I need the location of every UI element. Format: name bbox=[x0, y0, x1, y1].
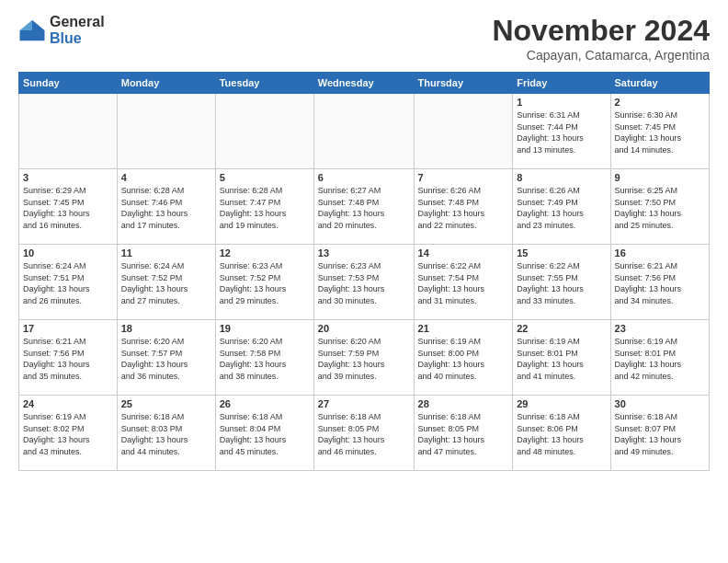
day-number: 1 bbox=[517, 97, 606, 108]
calendar-cell: 10Sunrise: 6:24 AMSunset: 7:51 PMDayligh… bbox=[19, 245, 118, 320]
calendar-cell: 24Sunrise: 6:19 AMSunset: 8:02 PMDayligh… bbox=[19, 396, 118, 471]
calendar-cell: 9Sunrise: 6:25 AMSunset: 7:50 PMDaylight… bbox=[610, 169, 709, 245]
logo-general: General bbox=[50, 14, 105, 30]
calendar-cell: 16Sunrise: 6:21 AMSunset: 7:56 PMDayligh… bbox=[610, 245, 709, 320]
svg-marker-0 bbox=[32, 19, 45, 29]
calendar-week-row: 24Sunrise: 6:19 AMSunset: 8:02 PMDayligh… bbox=[19, 396, 710, 471]
day-info: Sunrise: 6:29 AMSunset: 7:45 PMDaylight:… bbox=[23, 185, 113, 231]
day-info: Sunrise: 6:27 AMSunset: 7:48 PMDaylight:… bbox=[318, 185, 410, 231]
day-number: 7 bbox=[418, 172, 509, 183]
day-number: 3 bbox=[23, 172, 113, 183]
day-info: Sunrise: 6:24 AMSunset: 7:52 PMDaylight:… bbox=[121, 260, 211, 306]
day-info: Sunrise: 6:18 AMSunset: 8:04 PMDaylight:… bbox=[220, 411, 310, 457]
calendar-cell: 3Sunrise: 6:29 AMSunset: 7:45 PMDaylight… bbox=[19, 169, 118, 245]
logo-icon bbox=[18, 17, 46, 44]
day-info: Sunrise: 6:21 AMSunset: 7:56 PMDaylight:… bbox=[615, 260, 705, 306]
day-number: 13 bbox=[318, 247, 410, 259]
calendar-cell: 30Sunrise: 6:18 AMSunset: 8:07 PMDayligh… bbox=[610, 396, 709, 471]
svg-marker-1 bbox=[20, 19, 33, 29]
calendar-cell: 20Sunrise: 6:20 AMSunset: 7:59 PMDayligh… bbox=[313, 320, 414, 396]
day-number: 18 bbox=[121, 323, 211, 334]
day-number: 10 bbox=[23, 247, 113, 259]
day-number: 2 bbox=[615, 97, 705, 108]
day-number: 14 bbox=[418, 247, 509, 259]
page: General Blue November 2024 Capayan, Cata… bbox=[0, 0, 728, 563]
calendar-cell: 17Sunrise: 6:21 AMSunset: 7:56 PMDayligh… bbox=[19, 320, 118, 396]
calendar-cell: 2Sunrise: 6:30 AMSunset: 7:45 PMDaylight… bbox=[610, 94, 709, 169]
day-number: 4 bbox=[121, 172, 211, 183]
weekday-header: Tuesday bbox=[215, 73, 313, 94]
weekday-header: Saturday bbox=[610, 73, 709, 94]
day-info: Sunrise: 6:20 AMSunset: 7:57 PMDaylight:… bbox=[121, 336, 211, 382]
calendar-cell: 6Sunrise: 6:27 AMSunset: 7:48 PMDaylight… bbox=[313, 169, 414, 245]
day-number: 27 bbox=[318, 398, 410, 409]
day-number: 15 bbox=[517, 247, 606, 259]
svg-rect-2 bbox=[20, 30, 45, 40]
header: General Blue November 2024 Capayan, Cata… bbox=[18, 14, 710, 63]
calendar-cell: 29Sunrise: 6:18 AMSunset: 8:06 PMDayligh… bbox=[513, 396, 610, 471]
day-info: Sunrise: 6:19 AMSunset: 8:01 PMDaylight:… bbox=[517, 336, 606, 382]
calendar-cell: 11Sunrise: 6:24 AMSunset: 7:52 PMDayligh… bbox=[117, 245, 215, 320]
calendar-cell bbox=[117, 94, 215, 169]
day-info: Sunrise: 6:23 AMSunset: 7:52 PMDaylight:… bbox=[220, 260, 310, 306]
title-block: November 2024 Capayan, Catamarca, Argent… bbox=[492, 14, 710, 63]
day-info: Sunrise: 6:22 AMSunset: 7:55 PMDaylight:… bbox=[517, 260, 606, 306]
day-info: Sunrise: 6:20 AMSunset: 7:58 PMDaylight:… bbox=[220, 336, 310, 382]
day-number: 24 bbox=[23, 398, 113, 409]
logo: General Blue bbox=[18, 14, 105, 46]
calendar-cell: 27Sunrise: 6:18 AMSunset: 8:05 PMDayligh… bbox=[313, 396, 414, 471]
day-info: Sunrise: 6:19 AMSunset: 8:01 PMDaylight:… bbox=[615, 336, 705, 382]
calendar-cell: 4Sunrise: 6:28 AMSunset: 7:46 PMDaylight… bbox=[117, 169, 215, 245]
day-number: 6 bbox=[318, 172, 410, 183]
day-number: 30 bbox=[615, 398, 705, 409]
calendar-cell bbox=[215, 94, 313, 169]
day-info: Sunrise: 6:18 AMSunset: 8:07 PMDaylight:… bbox=[615, 411, 705, 457]
day-info: Sunrise: 6:19 AMSunset: 8:02 PMDaylight:… bbox=[23, 411, 113, 457]
logo-blue: Blue bbox=[50, 30, 105, 47]
day-info: Sunrise: 6:18 AMSunset: 8:05 PMDaylight:… bbox=[418, 411, 509, 457]
weekday-header: Wednesday bbox=[313, 73, 414, 94]
calendar: SundayMondayTuesdayWednesdayThursdayFrid… bbox=[18, 72, 710, 471]
location-subtitle: Capayan, Catamarca, Argentina bbox=[492, 48, 710, 63]
calendar-cell: 26Sunrise: 6:18 AMSunset: 8:04 PMDayligh… bbox=[215, 396, 313, 471]
calendar-cell: 5Sunrise: 6:28 AMSunset: 7:47 PMDaylight… bbox=[215, 169, 313, 245]
calendar-week-row: 1Sunrise: 6:31 AMSunset: 7:44 PMDaylight… bbox=[19, 94, 710, 169]
calendar-cell: 14Sunrise: 6:22 AMSunset: 7:54 PMDayligh… bbox=[414, 245, 513, 320]
day-number: 21 bbox=[418, 323, 509, 334]
weekday-header: Friday bbox=[513, 73, 610, 94]
day-info: Sunrise: 6:30 AMSunset: 7:45 PMDaylight:… bbox=[615, 109, 705, 155]
day-number: 5 bbox=[220, 172, 310, 183]
day-number: 29 bbox=[517, 398, 606, 409]
day-number: 23 bbox=[615, 323, 705, 334]
day-info: Sunrise: 6:28 AMSunset: 7:46 PMDaylight:… bbox=[121, 185, 211, 231]
day-info: Sunrise: 6:22 AMSunset: 7:54 PMDaylight:… bbox=[418, 260, 509, 306]
day-info: Sunrise: 6:20 AMSunset: 7:59 PMDaylight:… bbox=[318, 336, 410, 382]
weekday-header: Thursday bbox=[414, 73, 513, 94]
calendar-cell bbox=[414, 94, 513, 169]
calendar-cell: 15Sunrise: 6:22 AMSunset: 7:55 PMDayligh… bbox=[513, 245, 610, 320]
day-number: 25 bbox=[121, 398, 211, 409]
day-number: 11 bbox=[121, 247, 211, 259]
day-number: 28 bbox=[418, 398, 509, 409]
calendar-cell: 25Sunrise: 6:18 AMSunset: 8:03 PMDayligh… bbox=[117, 396, 215, 471]
day-info: Sunrise: 6:19 AMSunset: 8:00 PMDaylight:… bbox=[418, 336, 509, 382]
day-info: Sunrise: 6:21 AMSunset: 7:56 PMDaylight:… bbox=[23, 336, 113, 382]
calendar-cell: 12Sunrise: 6:23 AMSunset: 7:52 PMDayligh… bbox=[215, 245, 313, 320]
day-info: Sunrise: 6:31 AMSunset: 7:44 PMDaylight:… bbox=[517, 109, 606, 155]
calendar-cell bbox=[19, 94, 118, 169]
day-number: 9 bbox=[615, 172, 705, 183]
calendar-cell: 8Sunrise: 6:26 AMSunset: 7:49 PMDaylight… bbox=[513, 169, 610, 245]
calendar-week-row: 17Sunrise: 6:21 AMSunset: 7:56 PMDayligh… bbox=[19, 320, 710, 396]
calendar-cell: 7Sunrise: 6:26 AMSunset: 7:48 PMDaylight… bbox=[414, 169, 513, 245]
calendar-cell: 18Sunrise: 6:20 AMSunset: 7:57 PMDayligh… bbox=[117, 320, 215, 396]
calendar-cell: 19Sunrise: 6:20 AMSunset: 7:58 PMDayligh… bbox=[215, 320, 313, 396]
day-info: Sunrise: 6:23 AMSunset: 7:53 PMDaylight:… bbox=[318, 260, 410, 306]
day-info: Sunrise: 6:26 AMSunset: 7:49 PMDaylight:… bbox=[517, 185, 606, 231]
day-number: 12 bbox=[220, 247, 310, 259]
day-info: Sunrise: 6:25 AMSunset: 7:50 PMDaylight:… bbox=[615, 185, 705, 231]
weekday-header: Monday bbox=[117, 73, 215, 94]
calendar-cell: 22Sunrise: 6:19 AMSunset: 8:01 PMDayligh… bbox=[513, 320, 610, 396]
day-info: Sunrise: 6:18 AMSunset: 8:06 PMDaylight:… bbox=[517, 411, 606, 457]
calendar-week-row: 10Sunrise: 6:24 AMSunset: 7:51 PMDayligh… bbox=[19, 245, 710, 320]
calendar-cell: 23Sunrise: 6:19 AMSunset: 8:01 PMDayligh… bbox=[610, 320, 709, 396]
